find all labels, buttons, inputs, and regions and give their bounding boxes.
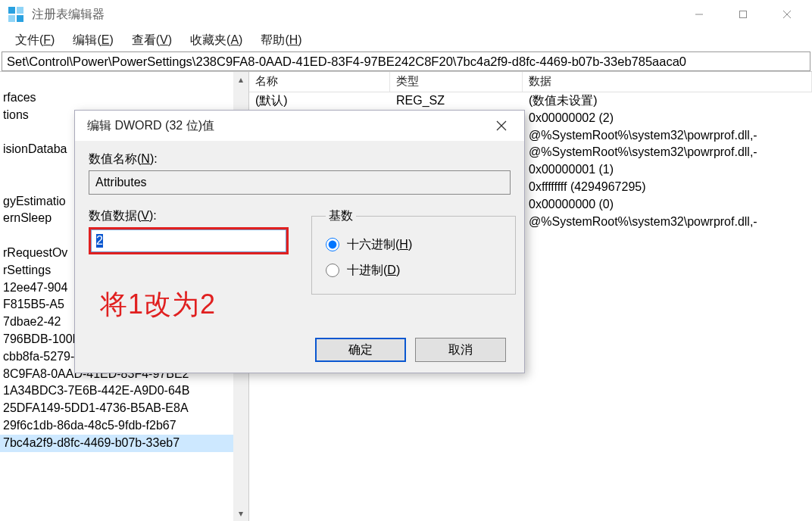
menubar: 文件(F)编辑(E)查看(V)收藏夹(A)帮助(H): [0, 29, 812, 51]
dialog-title: 编辑 DWORD (32 位)值: [87, 118, 214, 134]
svg-rect-0: [8, 7, 15, 14]
dialog-close-button[interactable]: [486, 111, 517, 141]
value-name-label: 数值名称(N):: [89, 151, 511, 167]
ok-button[interactable]: 确定: [315, 338, 406, 362]
svg-rect-2: [8, 15, 15, 22]
list-row[interactable]: (默认)REG_SZ(数值未设置): [249, 92, 812, 110]
edit-dword-dialog: 编辑 DWORD (32 位)值 数值名称(N): Attributes 数值数…: [74, 110, 525, 373]
svg-rect-3: [17, 15, 23, 22]
menu-item-3[interactable]: 收藏夹(A): [181, 31, 251, 50]
menu-item-0[interactable]: 文件(F): [6, 31, 64, 50]
tree-row[interactable]: [0, 72, 248, 89]
tree-row[interactable]: 29f6c1db-86da-48c5-9fdb-f2b67: [0, 417, 248, 435]
menu-item-4[interactable]: 帮助(H): [251, 31, 311, 50]
minimize-button[interactable]: [677, 0, 721, 29]
svg-rect-5: [740, 11, 747, 18]
base-groupbox: 基数 十六进制(H) 十进制(D): [311, 208, 516, 295]
dialog-titlebar: 编辑 DWORD (32 位)值: [75, 111, 524, 141]
tree-row[interactable]: 1A34BDC3-7E6B-442E-A9D0-64B: [0, 382, 248, 400]
menu-item-2[interactable]: 查看(V): [123, 31, 181, 50]
close-button[interactable]: [765, 0, 809, 29]
address-bar[interactable]: Set\Control\Power\PowerSettings\238C9FA8…: [2, 51, 810, 71]
window-controls: [677, 0, 809, 29]
base-legend: 基数: [326, 208, 356, 224]
col-header-data[interactable]: 数据: [523, 72, 812, 92]
radio-dec[interactable]: 十进制(D): [326, 257, 501, 283]
regedit-icon: [8, 6, 24, 23]
menu-item-1[interactable]: 编辑(E): [64, 31, 122, 50]
tree-row[interactable]: 7bc4a2f9-d8fc-4469-b07b-33eb7: [0, 435, 248, 452]
value-data-label: 数值数据(V):: [89, 208, 289, 224]
value-data-highlight: [89, 227, 289, 254]
radio-hex-input[interactable]: [326, 238, 339, 251]
address-text: Set\Control\Power\PowerSettings\238C9FA8…: [7, 55, 686, 69]
titlebar: 注册表编辑器: [0, 0, 812, 29]
scroll-down-icon[interactable]: ▾: [233, 506, 248, 521]
col-header-name[interactable]: 名称: [249, 72, 390, 92]
value-data-input[interactable]: [91, 229, 286, 252]
col-header-type[interactable]: 类型: [390, 72, 523, 92]
svg-rect-1: [17, 7, 23, 14]
tree-row[interactable]: 25DFA149-5DD1-4736-B5AB-E8A: [0, 400, 248, 417]
maximize-button[interactable]: [721, 0, 765, 29]
radio-hex[interactable]: 十六进制(H): [326, 232, 501, 257]
cancel-button[interactable]: 取消: [415, 338, 506, 362]
radio-dec-input[interactable]: [326, 264, 339, 277]
window-title: 注册表编辑器: [32, 7, 105, 23]
value-name-field: Attributes: [89, 170, 511, 195]
tree-row[interactable]: rfaces: [0, 89, 248, 107]
list-header: 名称 类型 数据: [249, 72, 812, 92]
scroll-up-icon[interactable]: ▴: [233, 72, 248, 87]
